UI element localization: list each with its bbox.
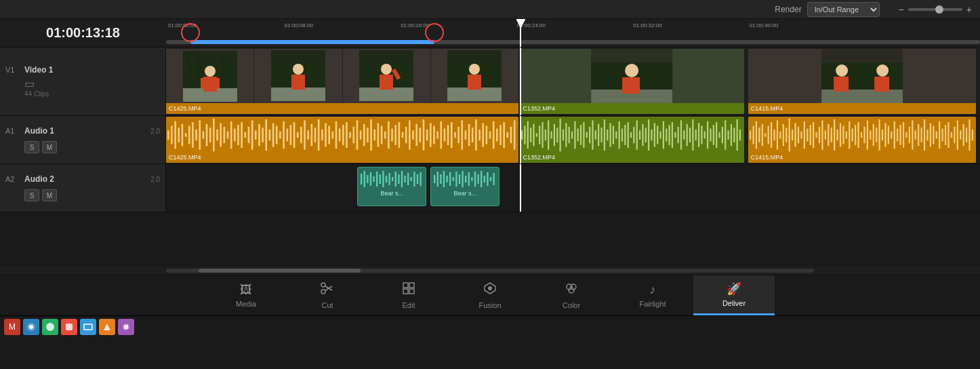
- mute-button-a2[interactable]: M: [42, 189, 57, 201]
- clip-c1352-video[interactable]: C1352.MP4: [520, 49, 743, 114]
- solo-button-a1[interactable]: S: [24, 141, 39, 153]
- clip-bear2[interactable]: Bear s...: [430, 167, 499, 206]
- video-track-content[interactable]: C1425.MP4 C1352.MP4: [166, 47, 980, 115]
- svg-rect-87: [325, 123, 327, 147]
- taskbar-icon-4[interactable]: [61, 319, 77, 335]
- top-bar: Render In/Out Range Entire Timeline − +: [0, 0, 980, 19]
- svg-rect-277: [930, 123, 931, 147]
- svg-rect-285: [954, 127, 955, 143]
- taskbar-icon-2[interactable]: [23, 319, 39, 335]
- clip-c1415-video[interactable]: C1415.MP4: [748, 49, 976, 114]
- scrollbar-thumb[interactable]: [199, 269, 361, 273]
- taskbar-icon-7[interactable]: [118, 319, 134, 335]
- svg-rect-164: [586, 132, 588, 138]
- svg-rect-323: [468, 172, 470, 186]
- svg-rect-337: [409, 283, 414, 288]
- inout-range[interactable]: [166, 40, 980, 44]
- bear2-wave: [431, 168, 499, 189]
- clip-c1415-audio[interactable]: C1415.MP4: [748, 117, 976, 163]
- nav-label-fusion: Fusion: [478, 301, 501, 309]
- render-select[interactable]: In/Out Range Entire Timeline: [807, 2, 880, 17]
- thumb-person-svg2: [271, 50, 325, 101]
- out-point-marker[interactable]: [425, 23, 444, 42]
- svg-rect-151: [548, 120, 550, 149]
- clip-bear1[interactable]: Bear s...: [357, 167, 426, 206]
- svg-rect-267: [899, 125, 901, 145]
- nav-item-color[interactable]: Color: [531, 275, 612, 315]
- audio-track-row-a1: A1 Audio 1 2.0 S M // This won't exe: [0, 116, 980, 164]
- svg-rect-132: [482, 123, 484, 147]
- cut-icon: [321, 281, 334, 298]
- svg-rect-279: [935, 132, 937, 139]
- svg-point-21: [381, 64, 392, 75]
- nav-item-cut[interactable]: Cut: [287, 275, 368, 315]
- mute-button-a1[interactable]: M: [42, 141, 57, 153]
- svg-rect-329: [487, 172, 489, 186]
- svg-rect-123: [451, 122, 453, 148]
- svg-rect-224: [771, 122, 772, 148]
- in-point-marker[interactable]: [181, 23, 200, 42]
- nav-item-media[interactable]: 🖼 Media: [205, 275, 287, 315]
- svg-rect-251: [851, 129, 853, 142]
- svg-rect-143: [525, 126, 526, 144]
- nav-item-deliver[interactable]: 🚀 Deliver: [693, 275, 775, 315]
- svg-rect-10: [214, 78, 220, 88]
- svg-rect-178: [628, 122, 629, 148]
- svg-rect-60: [230, 121, 232, 149]
- zoom-slider[interactable]: [908, 8, 962, 11]
- svg-rect-190: [663, 121, 664, 149]
- svg-rect-134: [489, 132, 491, 139]
- nav-item-fairlight[interactable]: ♪ Fairlight: [612, 275, 693, 315]
- fusion-icon: [483, 281, 497, 298]
- playhead[interactable]: [520, 19, 521, 47]
- svg-rect-156: [563, 130, 564, 140]
- svg-rect-104: [384, 132, 386, 139]
- svg-rect-314: [441, 174, 442, 184]
- svg-rect-276: [926, 130, 928, 140]
- svg-rect-300: [386, 176, 387, 182]
- clip-c1352-audio[interactable]: C1352.MP4: [520, 117, 743, 163]
- ruler-area[interactable]: 01:00:00:00 01:00:08:00 01:00:16:00 01:0…: [166, 19, 980, 47]
- svg-rect-29: [468, 75, 481, 90]
- svg-rect-66: [251, 120, 253, 149]
- svg-rect-348: [66, 324, 73, 330]
- svg-rect-234: [800, 132, 802, 139]
- taskbar-icon-1[interactable]: M: [4, 319, 20, 335]
- taskbar: M: [0, 315, 980, 337]
- taskbar-icon-5[interactable]: [80, 319, 96, 335]
- solo-button-a2[interactable]: S: [24, 189, 39, 201]
- svg-rect-200: [693, 119, 694, 151]
- clip-c1425-audio[interactable]: // This won't execute inside SVG, use pr…: [166, 117, 518, 163]
- svg-rect-336: [403, 283, 408, 288]
- track-header-top: V1 Video 1: [5, 65, 160, 75]
- zoom-out-button[interactable]: −: [899, 4, 904, 15]
- bear1-wave: [358, 168, 426, 189]
- svg-rect-296: [373, 176, 375, 182]
- nav-item-edit[interactable]: Edit: [368, 275, 449, 315]
- svg-rect-250: [849, 121, 850, 149]
- audio-track-content-a1[interactable]: // This won't execute inside SVG, use pr…: [166, 116, 980, 163]
- svg-rect-39: [834, 77, 849, 92]
- svg-rect-140: [510, 127, 512, 143]
- svg-rect-118: [433, 126, 435, 144]
- svg-rect-308: [411, 177, 412, 181]
- svg-rect-282: [945, 125, 946, 145]
- svg-rect-294: [367, 175, 368, 183]
- zoom-in-button[interactable]: +: [966, 4, 972, 15]
- taskbar-icon-3[interactable]: [42, 319, 58, 335]
- svg-rect-44: [174, 121, 176, 149]
- audio-track-content-a2[interactable]: Bear s... Bear s...: [166, 164, 980, 212]
- scrollbar-track[interactable]: [166, 269, 814, 273]
- nav-item-fusion[interactable]: Fusion: [449, 275, 531, 315]
- track-header-top-a1: A1 Audio 1 2.0: [5, 126, 160, 136]
- clip-c1425-video[interactable]: C1425.MP4: [166, 49, 518, 114]
- ruler-label-4: 01:00:32:00: [631, 19, 748, 31]
- svg-rect-217: [750, 130, 751, 140]
- track-header-top-a2: A2 Audio 2 2.0: [5, 174, 160, 184]
- nav-label-cut: Cut: [321, 301, 333, 309]
- svg-rect-72: [272, 123, 274, 147]
- taskbar-icon-6[interactable]: [99, 319, 115, 335]
- svg-rect-259: [876, 128, 877, 142]
- svg-rect-148: [539, 126, 541, 144]
- svg-rect-228: [782, 124, 783, 146]
